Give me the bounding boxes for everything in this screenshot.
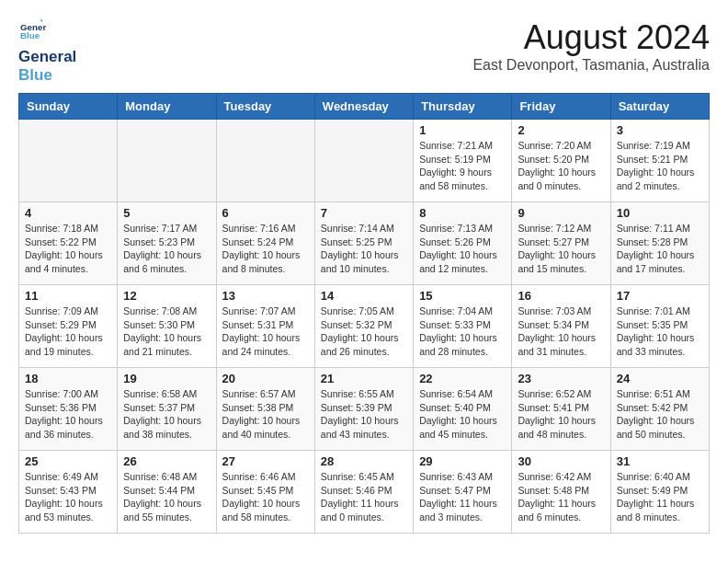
calendar-cell: 25Sunrise: 6:49 AM Sunset: 5:43 PM Dayli… <box>19 451 118 534</box>
day-number: 15 <box>419 289 506 303</box>
day-info: Sunrise: 6:49 AM Sunset: 5:43 PM Dayligh… <box>25 470 111 524</box>
day-info: Sunrise: 6:45 AM Sunset: 5:46 PM Dayligh… <box>321 470 407 524</box>
day-number: 25 <box>25 454 111 468</box>
day-number: 9 <box>518 206 604 220</box>
day-info: Sunrise: 7:08 AM Sunset: 5:30 PM Dayligh… <box>123 304 210 359</box>
calendar-header-row: SundayMondayTuesdayWednesdayThursdayFrid… <box>19 94 710 120</box>
day-info: Sunrise: 7:17 AM Sunset: 5:23 PM Dayligh… <box>123 222 210 276</box>
day-number: 20 <box>222 372 309 385</box>
day-header-wednesday: Wednesday <box>314 94 413 120</box>
day-info: Sunrise: 7:21 AM Sunset: 5:19 PM Dayligh… <box>419 139 506 193</box>
calendar-cell: 7Sunrise: 7:14 AM Sunset: 5:25 PM Daylig… <box>314 202 413 285</box>
day-number: 12 <box>123 289 210 303</box>
day-number: 5 <box>123 206 210 220</box>
day-number: 18 <box>25 372 111 385</box>
calendar-cell: 30Sunrise: 6:42 AM Sunset: 5:48 PM Dayli… <box>512 451 610 534</box>
calendar-subtitle: East Devonport, Tasmania, Australia <box>472 57 710 74</box>
day-number: 24 <box>617 372 703 385</box>
day-number: 26 <box>123 454 210 468</box>
calendar-title: August 2024 <box>472 18 710 57</box>
calendar-cell: 18Sunrise: 7:00 AM Sunset: 5:36 PM Dayli… <box>19 368 118 451</box>
day-info: Sunrise: 6:54 AM Sunset: 5:40 PM Dayligh… <box>419 387 506 442</box>
day-number: 27 <box>222 454 309 468</box>
day-number: 2 <box>518 123 604 137</box>
day-info: Sunrise: 6:48 AM Sunset: 5:44 PM Dayligh… <box>123 470 210 524</box>
calendar-cell: 14Sunrise: 7:05 AM Sunset: 5:32 PM Dayli… <box>314 285 413 368</box>
day-number: 22 <box>419 372 506 385</box>
calendar-cell: 10Sunrise: 7:11 AM Sunset: 5:28 PM Dayli… <box>610 202 709 285</box>
svg-text:Blue: Blue <box>20 30 40 40</box>
day-number: 21 <box>321 372 407 385</box>
calendar-cell: 19Sunrise: 6:58 AM Sunset: 5:37 PM Dayli… <box>118 368 216 451</box>
day-info: Sunrise: 7:03 AM Sunset: 5:34 PM Dayligh… <box>518 304 604 359</box>
day-info: Sunrise: 7:04 AM Sunset: 5:33 PM Dayligh… <box>419 304 506 359</box>
day-number: 14 <box>321 289 407 303</box>
day-number: 1 <box>419 123 506 137</box>
calendar-cell: 26Sunrise: 6:48 AM Sunset: 5:44 PM Dayli… <box>118 451 216 534</box>
day-number: 28 <box>321 454 407 468</box>
calendar-table: SundayMondayTuesdayWednesdayThursdayFrid… <box>18 93 710 534</box>
calendar-cell: 15Sunrise: 7:04 AM Sunset: 5:33 PM Dayli… <box>414 285 512 368</box>
day-info: Sunrise: 7:16 AM Sunset: 5:24 PM Dayligh… <box>222 222 309 276</box>
day-info: Sunrise: 7:00 AM Sunset: 5:36 PM Dayligh… <box>25 387 111 442</box>
day-info: Sunrise: 7:07 AM Sunset: 5:31 PM Dayligh… <box>222 304 309 359</box>
logo-general: General <box>18 48 76 66</box>
week-row-3: 11Sunrise: 7:09 AM Sunset: 5:29 PM Dayli… <box>19 285 710 368</box>
calendar-cell: 9Sunrise: 7:12 AM Sunset: 5:27 PM Daylig… <box>512 202 610 285</box>
day-number: 7 <box>321 206 407 220</box>
day-header-friday: Friday <box>512 94 610 120</box>
calendar-cell: 17Sunrise: 7:01 AM Sunset: 5:35 PM Dayli… <box>610 285 709 368</box>
calendar-cell: 20Sunrise: 6:57 AM Sunset: 5:38 PM Dayli… <box>216 368 314 451</box>
page-header: General Blue General Blue August 2024 Ea… <box>18 18 710 84</box>
calendar-cell <box>118 120 216 202</box>
day-info: Sunrise: 6:55 AM Sunset: 5:39 PM Dayligh… <box>321 387 407 442</box>
logo-icon: General Blue <box>20 18 46 44</box>
day-info: Sunrise: 6:57 AM Sunset: 5:38 PM Dayligh… <box>222 387 309 442</box>
day-info: Sunrise: 7:09 AM Sunset: 5:29 PM Dayligh… <box>25 304 111 359</box>
calendar-cell: 24Sunrise: 6:51 AM Sunset: 5:42 PM Dayli… <box>610 368 709 451</box>
day-info: Sunrise: 7:14 AM Sunset: 5:25 PM Dayligh… <box>321 222 407 276</box>
day-header-thursday: Thursday <box>414 94 512 120</box>
calendar-cell: 5Sunrise: 7:17 AM Sunset: 5:23 PM Daylig… <box>118 202 216 285</box>
week-row-1: 1Sunrise: 7:21 AM Sunset: 5:19 PM Daylig… <box>19 120 710 202</box>
calendar-cell: 21Sunrise: 6:55 AM Sunset: 5:39 PM Dayli… <box>314 368 413 451</box>
day-number: 4 <box>25 206 111 220</box>
calendar-cell: 13Sunrise: 7:07 AM Sunset: 5:31 PM Dayli… <box>216 285 314 368</box>
day-info: Sunrise: 6:40 AM Sunset: 5:49 PM Dayligh… <box>617 470 703 524</box>
day-number: 30 <box>518 454 604 468</box>
calendar-cell: 31Sunrise: 6:40 AM Sunset: 5:49 PM Dayli… <box>610 451 709 534</box>
day-number: 13 <box>222 289 309 303</box>
week-row-5: 25Sunrise: 6:49 AM Sunset: 5:43 PM Dayli… <box>19 451 710 534</box>
calendar-cell: 28Sunrise: 6:45 AM Sunset: 5:46 PM Dayli… <box>314 451 413 534</box>
day-info: Sunrise: 7:11 AM Sunset: 5:28 PM Dayligh… <box>617 222 703 276</box>
day-info: Sunrise: 6:46 AM Sunset: 5:45 PM Dayligh… <box>222 470 309 524</box>
calendar-cell: 8Sunrise: 7:13 AM Sunset: 5:26 PM Daylig… <box>414 202 512 285</box>
day-number: 16 <box>518 289 604 303</box>
day-number: 19 <box>123 372 210 385</box>
day-info: Sunrise: 7:05 AM Sunset: 5:32 PM Dayligh… <box>321 304 407 359</box>
day-info: Sunrise: 6:43 AM Sunset: 5:47 PM Dayligh… <box>419 470 506 524</box>
calendar-cell: 23Sunrise: 6:52 AM Sunset: 5:41 PM Dayli… <box>512 368 610 451</box>
calendar-cell <box>314 120 413 202</box>
week-row-2: 4Sunrise: 7:18 AM Sunset: 5:22 PM Daylig… <box>19 202 710 285</box>
day-number: 31 <box>617 454 703 468</box>
day-info: Sunrise: 6:58 AM Sunset: 5:37 PM Dayligh… <box>123 387 210 442</box>
calendar-cell: 2Sunrise: 7:20 AM Sunset: 5:20 PM Daylig… <box>512 120 610 202</box>
calendar-cell: 11Sunrise: 7:09 AM Sunset: 5:29 PM Dayli… <box>19 285 118 368</box>
day-number: 8 <box>419 206 506 220</box>
day-info: Sunrise: 6:42 AM Sunset: 5:48 PM Dayligh… <box>518 470 604 524</box>
day-number: 17 <box>617 289 703 303</box>
week-row-4: 18Sunrise: 7:00 AM Sunset: 5:36 PM Dayli… <box>19 368 710 451</box>
day-header-saturday: Saturday <box>610 94 709 120</box>
day-header-tuesday: Tuesday <box>216 94 314 120</box>
day-number: 23 <box>518 372 604 385</box>
day-info: Sunrise: 7:19 AM Sunset: 5:21 PM Dayligh… <box>617 139 703 193</box>
logo: General Blue General Blue <box>18 18 76 84</box>
calendar-cell: 12Sunrise: 7:08 AM Sunset: 5:30 PM Dayli… <box>118 285 216 368</box>
day-info: Sunrise: 6:52 AM Sunset: 5:41 PM Dayligh… <box>518 387 604 442</box>
calendar-cell: 16Sunrise: 7:03 AM Sunset: 5:34 PM Dayli… <box>512 285 610 368</box>
day-number: 29 <box>419 454 506 468</box>
day-number: 6 <box>222 206 309 220</box>
day-header-monday: Monday <box>118 94 216 120</box>
calendar-cell: 29Sunrise: 6:43 AM Sunset: 5:47 PM Dayli… <box>414 451 512 534</box>
